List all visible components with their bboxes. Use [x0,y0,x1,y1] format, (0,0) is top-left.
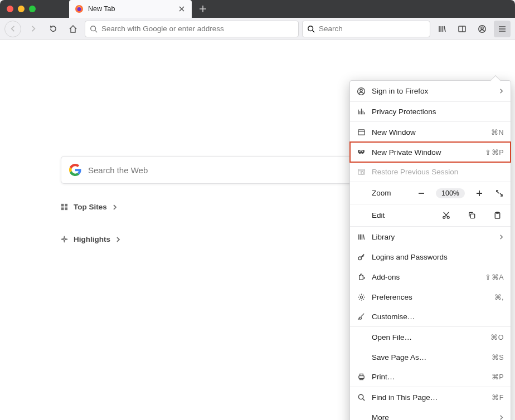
menu-new-window[interactable]: New Window ⌘N [350,122,511,142]
highlights-label: Highlights [74,235,110,243]
content-area: Top Sites Highlights Sign in to Firefox [0,40,515,420]
menu-logins[interactable]: Logins and Passwords [350,247,511,267]
close-tab-icon[interactable] [177,4,186,13]
svg-point-12 [360,89,362,91]
copy-button[interactable] [467,211,476,220]
window-controls [7,6,36,12]
svg-point-21 [360,296,362,298]
menu-restore-session: Restore Previous Session [350,162,511,182]
menu-new-private-shortcut: ⇧⌘P [485,148,504,157]
titlebar: New Tab [0,0,515,18]
svg-rect-22 [358,376,363,379]
menu-savepage-label: Save Page As… [372,353,485,362]
menu-save-page[interactable]: Save Page As… ⌘S [350,347,511,367]
menu-find[interactable]: Find in This Page… ⌘F [350,387,511,407]
menu-privacy[interactable]: Privacy Protections [350,102,511,122]
paintbrush-icon [357,312,366,321]
svg-point-3 [308,26,313,31]
menu-open-file[interactable]: Open File… ⌘O [350,327,511,347]
browser-tab[interactable]: New Tab [69,0,192,18]
menu-print-shortcut: ⌘P [492,373,504,381]
maximize-window-button[interactable] [29,6,36,12]
menu-new-private-window[interactable]: New Private Window ⇧⌘P [350,142,511,162]
restore-icon [357,168,366,177]
tab-strip: New Tab [69,0,211,18]
highlights-toggle[interactable]: Highlights [60,235,121,243]
menu-customise[interactable]: Customise… [350,307,511,327]
edit-label: Edit [372,211,441,219]
url-input[interactable] [101,25,294,33]
svg-point-15 [443,216,445,218]
chevron-right-icon [499,235,504,240]
paste-button[interactable] [493,211,502,220]
home-button[interactable] [65,21,81,37]
menu-new-window-shortcut: ⌘N [491,128,504,136]
svg-rect-8 [65,204,67,207]
menu-restore-label: Restore Previous Session [372,168,504,176]
mask-icon [357,148,366,157]
menu-logins-label: Logins and Passwords [372,253,504,261]
chevron-right-icon [499,89,504,94]
app-menu-button[interactable] [494,21,511,37]
svg-point-6 [481,27,483,29]
grid-icon [60,203,69,211]
svg-point-16 [447,216,449,218]
menu-print[interactable]: Print… ⌘P [350,367,511,387]
minimize-window-button[interactable] [18,6,25,12]
search-input[interactable] [319,25,425,33]
menu-openfile-shortcut: ⌘O [490,333,504,341]
svg-rect-4 [459,26,465,32]
highlights-section: Highlights [60,235,121,243]
zoom-out-button[interactable] [416,188,427,199]
window-icon [357,128,366,136]
tab-title: New Tab [88,5,173,13]
zoom-percent[interactable]: 100% [436,188,465,198]
cut-button[interactable] [441,211,450,220]
menu-more[interactable]: More [350,407,511,420]
zoom-in-button[interactable] [474,188,485,199]
puzzle-icon [357,272,366,281]
search-icon [90,25,98,33]
menu-find-shortcut: ⌘F [492,393,504,402]
svg-rect-7 [61,204,64,207]
menu-preferences-shortcut: ⌘, [494,293,504,301]
menu-library-label: Library [372,233,493,241]
svg-point-2 [91,26,96,31]
print-icon [357,373,366,382]
search-icon [307,25,315,33]
browser-window: New Tab [0,0,515,420]
menu-library[interactable]: Library [350,227,511,247]
svg-rect-9 [61,207,64,210]
menu-zoom-row: Zoom 100% [350,182,511,204]
library-button[interactable] [434,21,450,37]
gear-icon [357,292,366,301]
menu-signin[interactable]: Sign in to Firefox [350,81,511,102]
menu-privacy-label: Privacy Protections [372,108,504,116]
account-button[interactable] [474,21,490,37]
reload-button[interactable] [45,21,61,37]
top-sites-toggle[interactable]: Top Sites [60,203,118,211]
forward-button[interactable] [25,21,41,37]
back-button[interactable] [4,21,21,37]
svg-rect-10 [65,207,67,210]
chevron-right-icon [499,415,504,420]
search-bar[interactable] [302,21,430,37]
sparkle-icon [60,235,69,243]
account-avatar-icon [357,87,366,96]
menu-edit-row: Edit [350,204,511,227]
top-sites-section: Top Sites [60,203,118,211]
close-window-button[interactable] [7,6,13,12]
sidebar-button[interactable] [454,21,470,37]
new-tab-button[interactable] [195,1,211,17]
menu-addons-shortcut: ⇧⌘A [485,273,504,281]
privacy-icon [357,108,366,116]
menu-more-label: More [372,413,493,421]
url-bar[interactable] [85,21,299,37]
menu-addons[interactable]: Add-ons ⇧⌘A [350,267,511,287]
menu-find-label: Find in This Page… [372,393,485,402]
toolbar [0,18,515,40]
menu-preferences[interactable]: Preferences ⌘, [350,287,511,307]
menu-print-label: Print… [372,373,485,381]
zoom-label: Zoom [372,189,416,197]
fullscreen-button[interactable] [494,188,505,199]
